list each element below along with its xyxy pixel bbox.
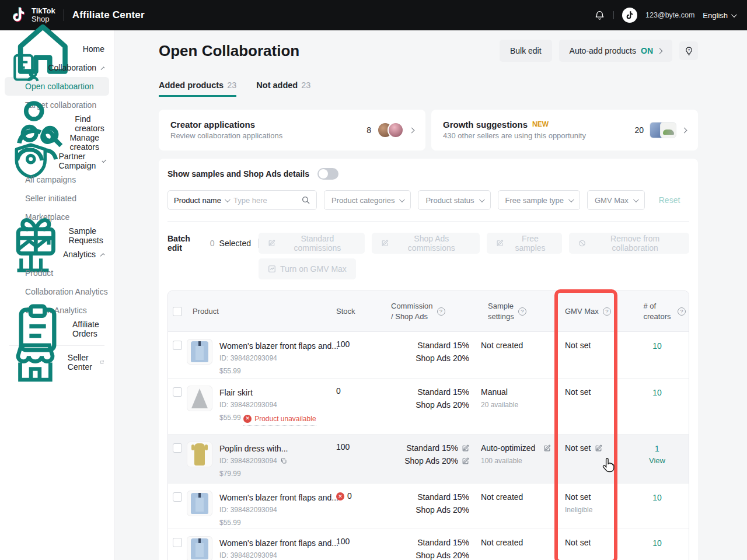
- gmv-max-cell: Not set: [560, 529, 626, 560]
- tab-not-added[interactable]: Not added 23: [256, 80, 310, 97]
- stock-value: 0: [347, 491, 352, 501]
- sidebar-item-seller-initiated[interactable]: Seller initiated: [0, 189, 114, 208]
- chevron-down-icon: [731, 12, 737, 18]
- chevron-right-icon: [657, 48, 663, 54]
- gmv-max-cell: Not set: [560, 435, 626, 486]
- card-title: Creator applications: [170, 118, 282, 131]
- error-icon: ✕: [243, 415, 252, 423]
- view-link[interactable]: View: [626, 455, 689, 467]
- reset-filters-link[interactable]: Reset: [659, 195, 680, 205]
- creators-count-link[interactable]: 1: [655, 444, 659, 453]
- sample-settings-cell: Auto-optimized 100 available: [476, 435, 560, 486]
- row-checkbox[interactable]: [173, 341, 182, 350]
- help-icon[interactable]: ?: [678, 307, 686, 316]
- edit-icon[interactable]: [595, 444, 602, 452]
- free-samples-button[interactable]: Free samples: [487, 233, 563, 254]
- search-category-selector[interactable]: Product name: [174, 196, 229, 205]
- app-title: Affiliate Center: [72, 9, 145, 21]
- commission-cell: Standard 15% Shop Ads 20%: [384, 484, 476, 535]
- chevron-down-icon: [102, 158, 107, 163]
- column-stock: Stock: [331, 291, 384, 331]
- creator-applications-card[interactable]: Creator applications Review collaboratio…: [159, 110, 425, 150]
- sample-settings-cell: Not created: [476, 529, 560, 560]
- product-id: ID: 398482093094: [219, 550, 331, 560]
- chevron-right-icon: [409, 127, 415, 133]
- selected-count: 0: [210, 239, 215, 248]
- sample-settings-cell: Not created: [476, 484, 560, 535]
- samples-toggle[interactable]: [317, 168, 338, 180]
- row-checkbox[interactable]: [173, 492, 182, 502]
- help-icon[interactable]: ?: [518, 307, 526, 316]
- tab-bar: Added products 23 Not added 23: [159, 80, 698, 97]
- bulk-edit-button[interactable]: Bulk edit: [500, 40, 552, 62]
- batch-edit-label: Batch edit: [167, 234, 205, 253]
- card-subtitle: 430 other sellers are using this opportu…: [443, 131, 586, 142]
- edit-icon[interactable]: [462, 457, 469, 465]
- search-icon[interactable]: [301, 195, 310, 205]
- shop-ads-commissions-button[interactable]: Shop Ads commissions: [372, 233, 480, 254]
- external-link-icon: [100, 358, 104, 366]
- auto-add-products-button[interactable]: Auto-add products ON: [559, 40, 672, 62]
- chevron-up-icon: [101, 66, 105, 71]
- stock-value: 0: [331, 379, 384, 434]
- applications-count: 8: [366, 125, 371, 135]
- creators-count-link[interactable]: 10: [652, 341, 662, 351]
- auto-add-state: ON: [641, 46, 653, 55]
- gmv-max-dropdown[interactable]: GMV Max: [587, 190, 645, 210]
- gmv-chart-icon: [268, 265, 276, 273]
- row-checkbox[interactable]: [173, 538, 182, 547]
- sidebar-item-seller-center[interactable]: Seller Center: [0, 353, 114, 372]
- column-creators: # ofcreators ?: [626, 291, 689, 331]
- creators-count-link[interactable]: 10: [652, 493, 662, 502]
- commission-cell: Standard 15% Shop Ads 20%: [384, 332, 476, 383]
- chevron-down-icon: [633, 197, 639, 202]
- error-icon: ✕: [336, 492, 344, 501]
- table-row: Women's blazer front flaps and... ID: 39…: [168, 529, 689, 560]
- table-row: Poplin dress with... ID: 398482093094 $7…: [168, 435, 689, 484]
- standard-commissions-button[interactable]: Standard commissions: [259, 233, 365, 254]
- sidebar-item-affiliate-orders[interactable]: Affiliate Orders: [0, 320, 114, 338]
- svg-text:?: ?: [687, 48, 690, 51]
- product-name: Flair skirt: [219, 388, 253, 397]
- product-status-dropdown[interactable]: Product status: [418, 190, 490, 210]
- help-icon[interactable]: ?: [437, 307, 445, 316]
- product-thumbnail: [660, 122, 676, 138]
- row-checkbox[interactable]: [173, 443, 182, 453]
- product-image: [187, 491, 212, 516]
- product-id: ID: 398482093094: [219, 353, 331, 363]
- column-sample-settings: Samplesettings ?: [476, 291, 560, 331]
- edit-icon[interactable]: [543, 444, 551, 452]
- search-input[interactable]: [233, 196, 296, 205]
- creators-count-link[interactable]: 10: [652, 538, 662, 548]
- card-title: Growth suggestions: [443, 118, 528, 131]
- samples-toggle-label: Show samples and Shop Ads details: [167, 169, 309, 178]
- sidebar-item-collaboration-analytics[interactable]: Collaboration Analytics: [0, 282, 114, 301]
- top-bar: TikTok Shop Affiliate Center 123@byte.co…: [0, 0, 747, 30]
- turn-on-gmv-max-button[interactable]: Turn on GMV Max: [259, 258, 356, 279]
- remove-from-collaboration-button[interactable]: Remove from collaboration: [569, 233, 689, 254]
- account-email[interactable]: 123@byte.com: [645, 11, 694, 19]
- store-icon: [9, 337, 61, 388]
- product-categories-dropdown[interactable]: Product categories: [324, 190, 411, 210]
- sample-available: 20 available: [481, 401, 518, 409]
- help-icon[interactable]: ?: [603, 307, 611, 316]
- select-all-checkbox[interactable]: [173, 307, 182, 316]
- copy-icon[interactable]: [280, 457, 287, 464]
- account-avatar[interactable]: [622, 8, 637, 23]
- gmv-max-cell: Not set: [560, 379, 626, 434]
- row-checkbox[interactable]: [173, 387, 182, 397]
- free-sample-type-dropdown[interactable]: Free sample type: [498, 190, 580, 210]
- chevron-up-icon: [100, 253, 105, 258]
- commission-cell: Standard 15% Shop Ads 20%: [384, 529, 476, 560]
- growth-suggestions-card[interactable]: Growth suggestions NEW 430 other sellers…: [431, 110, 698, 150]
- language-selector[interactable]: English: [703, 11, 735, 20]
- chevron-down-icon: [568, 197, 574, 202]
- tiktok-note-icon: [12, 6, 27, 24]
- gmv-max-cell: Not set Ineligible: [560, 484, 626, 535]
- edit-icon[interactable]: [462, 444, 469, 452]
- product-name: Women's blazer front flaps and...: [219, 538, 338, 548]
- tab-added-products[interactable]: Added products 23: [159, 80, 236, 97]
- notification-bell-icon[interactable]: [594, 10, 605, 21]
- creators-count-link[interactable]: 10: [652, 388, 662, 397]
- tips-button[interactable]: ?: [679, 41, 698, 60]
